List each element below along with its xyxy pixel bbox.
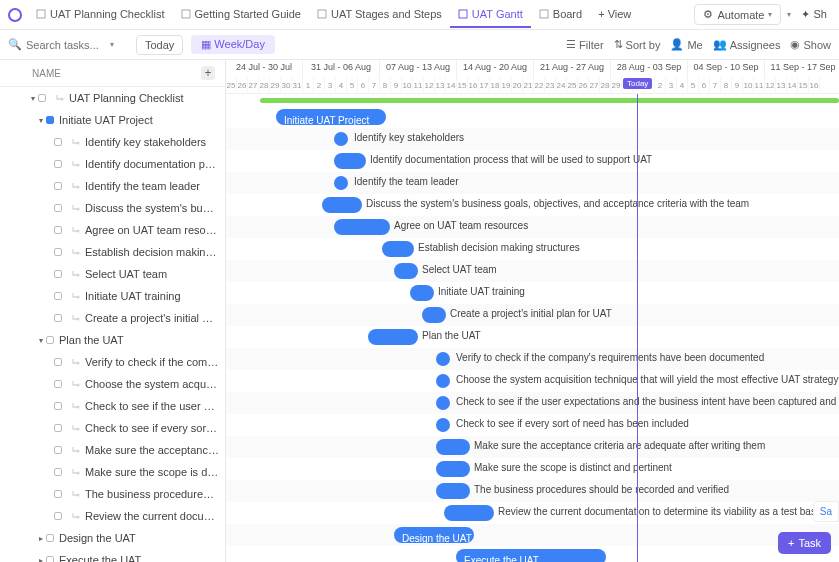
- gantt-bar[interactable]: [436, 483, 470, 499]
- tree-row[interactable]: ▾UAT Planning Checklist: [0, 87, 225, 109]
- tree-row[interactable]: The business procedures s...: [0, 483, 225, 505]
- search-input-wrap[interactable]: 🔍 ▾: [8, 38, 128, 51]
- show-button[interactable]: ◉Show: [790, 38, 831, 51]
- filter-button[interactable]: ☰Filter: [566, 38, 603, 51]
- gantt-bar[interactable]: [368, 329, 418, 345]
- search-input[interactable]: [26, 39, 106, 51]
- tree-row[interactable]: Identify key stakeholders: [0, 131, 225, 153]
- tab-getting-started-guide[interactable]: Getting Started Guide: [173, 2, 309, 28]
- automate-button[interactable]: ⚙ Automate ▾: [694, 4, 781, 25]
- svg-rect-4: [540, 10, 548, 18]
- caret-icon[interactable]: ▾: [36, 336, 46, 345]
- gantt-bar[interactable]: [394, 263, 418, 279]
- gantt-icon: [458, 9, 468, 19]
- bar-label: The business procedures should be record…: [474, 484, 729, 495]
- tree-row[interactable]: Agree on UAT team resour...: [0, 219, 225, 241]
- today-button[interactable]: Today: [136, 35, 183, 55]
- tree-row[interactable]: ▸Design the UAT: [0, 527, 225, 549]
- tree-row[interactable]: Discuss the system's busin...: [0, 197, 225, 219]
- list-icon: [317, 9, 327, 19]
- gantt-bar[interactable]: [436, 461, 470, 477]
- tree-row[interactable]: ▸Execute the UAT: [0, 549, 225, 562]
- day-header: 8: [721, 77, 732, 94]
- app-logo[interactable]: [8, 8, 22, 22]
- gantt-bar[interactable]: [382, 241, 414, 257]
- tree-row[interactable]: Make sure the scope is dis...: [0, 461, 225, 483]
- gantt-milestone[interactable]: [436, 396, 450, 410]
- me-button[interactable]: 👤Me: [670, 38, 702, 51]
- day-header: 6: [358, 77, 369, 94]
- gantt-milestone[interactable]: [436, 352, 450, 366]
- new-task-button[interactable]: + Task: [778, 532, 831, 554]
- assignees-button[interactable]: 👥Assignees: [713, 38, 781, 51]
- tree-row[interactable]: Make sure the acceptance ...: [0, 439, 225, 461]
- gantt-milestone[interactable]: [436, 374, 450, 388]
- gantt-bar[interactable]: Initiate UAT Project: [276, 109, 386, 125]
- gantt-milestone[interactable]: [436, 418, 450, 432]
- status-square: [46, 534, 54, 542]
- gantt-milestone[interactable]: [334, 132, 348, 146]
- tab-uat-planning-checklist[interactable]: UAT Planning Checklist: [28, 2, 173, 28]
- add-column-button[interactable]: +: [201, 66, 215, 80]
- row-label: Verify to check if the comp...: [85, 356, 219, 368]
- tree-row[interactable]: Check to see if every sort ...: [0, 417, 225, 439]
- chevron-down-icon[interactable]: ▾: [783, 10, 795, 19]
- tree-row[interactable]: Select UAT team: [0, 263, 225, 285]
- tab-board[interactable]: Board: [531, 2, 590, 28]
- tree-row[interactable]: Identify the team leader: [0, 175, 225, 197]
- day-header: 12: [765, 77, 776, 94]
- status-square: [54, 204, 62, 212]
- caret-icon[interactable]: ▾: [28, 94, 38, 103]
- row-label: Make sure the scope is dis...: [85, 466, 219, 478]
- row-label: Choose the system acquisi...: [85, 378, 219, 390]
- day-header: 27: [248, 77, 259, 94]
- gantt-bar[interactable]: [436, 439, 470, 455]
- tree-row[interactable]: Verify to check if the comp...: [0, 351, 225, 373]
- tree-row[interactable]: Review the current docum...: [0, 505, 225, 527]
- save-button[interactable]: Sa: [813, 501, 839, 522]
- tab-uat-stages-and-steps[interactable]: UAT Stages and Steps: [309, 2, 450, 28]
- status-square: [46, 116, 54, 124]
- tab--view[interactable]: + View: [590, 2, 639, 28]
- row-label: Select UAT team: [85, 268, 167, 280]
- week-header: 21 Aug - 27 Aug: [534, 60, 611, 77]
- caret-icon[interactable]: ▸: [36, 534, 46, 543]
- row-label: Identify key stakeholders: [85, 136, 206, 148]
- subtask-icon: [71, 247, 81, 257]
- chevron-down-icon[interactable]: ▾: [110, 40, 114, 49]
- tab-uat-gantt[interactable]: UAT Gantt: [450, 2, 531, 28]
- weekday-toggle[interactable]: ▦Week/Day: [191, 35, 275, 54]
- row-label: Agree on UAT team resour...: [85, 224, 219, 236]
- tree-row[interactable]: Initiate UAT training: [0, 285, 225, 307]
- tree-row[interactable]: Identify documentation pro...: [0, 153, 225, 175]
- gantt-bar[interactable]: Design the UAT: [394, 527, 474, 543]
- svg-point-12: [77, 274, 80, 277]
- tree-row[interactable]: Check to see if the user ex...: [0, 395, 225, 417]
- share-button[interactable]: ✦ Sh: [797, 5, 831, 24]
- bar-label: Choose the system acquisition technique …: [456, 374, 838, 385]
- day-header: 13: [776, 77, 787, 94]
- bar-label: Select UAT team: [422, 264, 497, 275]
- gantt-bar[interactable]: [410, 285, 434, 301]
- gantt-bar[interactable]: [322, 197, 362, 213]
- gantt-milestone[interactable]: [334, 176, 348, 190]
- caret-icon[interactable]: ▸: [36, 556, 46, 563]
- filter-icon: ☰: [566, 38, 576, 51]
- day-header: 2: [314, 77, 325, 94]
- tree-row[interactable]: ▾Plan the UAT: [0, 329, 225, 351]
- tree-row[interactable]: Create a project's initial pl...: [0, 307, 225, 329]
- gantt-bar[interactable]: [444, 505, 494, 521]
- tree-row[interactable]: Choose the system acquisi...: [0, 373, 225, 395]
- gantt-bar[interactable]: Execute the UAT: [456, 549, 606, 562]
- day-header: 15: [798, 77, 809, 94]
- sort-by-button[interactable]: ⇅Sort by: [614, 38, 661, 51]
- gantt-bar[interactable]: [334, 153, 366, 169]
- day-header: 9: [391, 77, 402, 94]
- caret-icon[interactable]: ▾: [36, 116, 46, 125]
- list-icon: [36, 9, 46, 19]
- tree-row[interactable]: Establish decision making ...: [0, 241, 225, 263]
- gantt-bar[interactable]: [334, 219, 390, 235]
- subtask-icon: [71, 489, 81, 499]
- gantt-bar[interactable]: [422, 307, 446, 323]
- tree-row[interactable]: ▾Initiate UAT Project: [0, 109, 225, 131]
